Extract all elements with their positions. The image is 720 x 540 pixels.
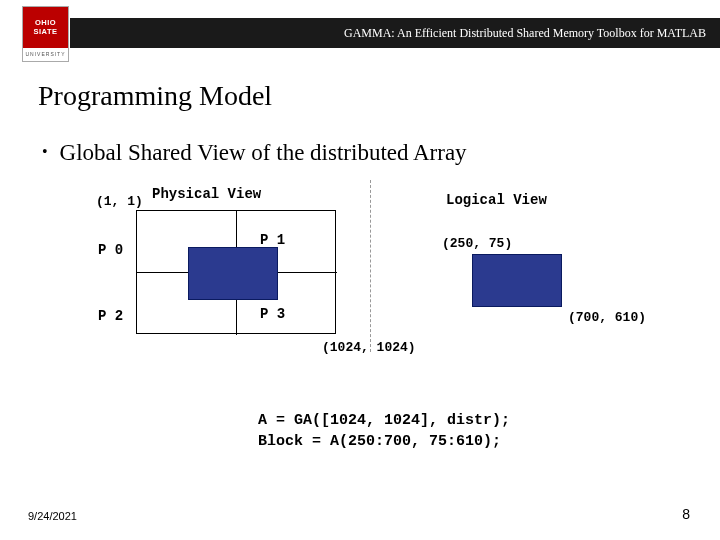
code-line-2: Block = A(250:700, 75:610); (258, 431, 510, 452)
header-title: GAMMA: An Efficient Distributed Shared M… (344, 26, 706, 41)
proc-p1: P 1 (260, 232, 285, 248)
slide-title: Programming Model (38, 80, 272, 112)
selection-rect-physical (188, 247, 278, 300)
code-line-1: A = GA([1024, 1024], distr); (258, 410, 510, 431)
proc-p3: P 3 (260, 306, 285, 322)
coord-topleft: (250, 75) (442, 236, 512, 251)
coord-max: (1024, 1024) (322, 340, 416, 355)
selection-rect-logical (472, 254, 562, 307)
university-logo: OHIO SIATE UNIVERSITY (22, 6, 69, 62)
bullet-icon: • (42, 143, 48, 161)
bullet-text: Global Shared View of the distributed Ar… (60, 140, 467, 166)
footer-date: 9/24/2021 (28, 510, 77, 522)
view-divider (370, 180, 371, 352)
logo-top: OHIO SIATE (23, 7, 68, 48)
coord-bottomright: (700, 610) (568, 310, 646, 325)
logo-line1: OHIO (35, 18, 56, 27)
diagram: Physical View Logical View (1, 1) P 0 P … (70, 180, 650, 380)
code-block: A = GA([1024, 1024], distr); Block = A(2… (258, 410, 510, 452)
proc-p0: P 0 (98, 242, 123, 258)
bullet-row: • Global Shared View of the distributed … (42, 140, 467, 166)
physical-view-label: Physical View (152, 186, 261, 202)
proc-p2: P 2 (98, 308, 123, 324)
header-bar: GAMMA: An Efficient Distributed Shared M… (70, 18, 720, 48)
logical-view-label: Logical View (446, 192, 547, 208)
coord-origin: (1, 1) (96, 194, 143, 209)
logo-bottom: UNIVERSITY (23, 48, 68, 62)
logo-line2: SIATE (33, 27, 57, 36)
footer-page-number: 8 (682, 506, 690, 522)
